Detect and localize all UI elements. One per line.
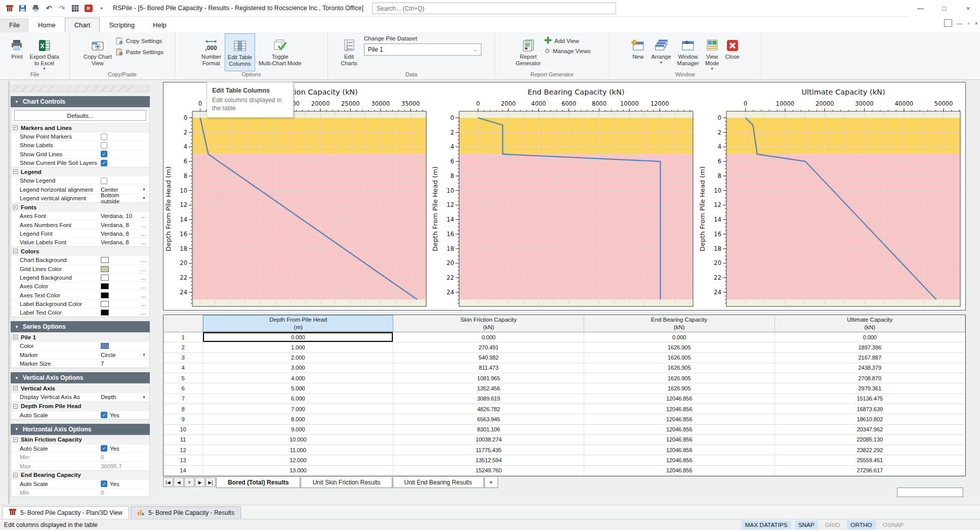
cell[interactable]: 2167.887 <box>775 353 966 363</box>
sidebar-drag-handle[interactable] <box>11 85 150 92</box>
cell[interactable]: 12046.856 <box>584 404 775 414</box>
menu-tab-chart[interactable]: Chart <box>65 18 100 32</box>
customize-quick-access-icon[interactable]: ▼ <box>97 4 106 13</box>
cell[interactable]: 10.000 <box>203 435 394 445</box>
add-view-button[interactable]: Add View <box>544 36 591 45</box>
print-button[interactable]: Print <box>8 33 26 71</box>
defaults-button[interactable]: Defaults... <box>14 110 146 121</box>
cell[interactable]: 16873.639 <box>775 404 966 414</box>
mdi-restore-icon[interactable]: ▫ <box>968 20 970 26</box>
section-skin-friction-capacity[interactable]: −Skin Friction Capacity <box>11 435 149 444</box>
cell[interactable]: 12046.856 <box>584 425 775 434</box>
doc-tab-5-bored-pile-capacity-results[interactable]: 5- Bored Pile Capacity - Results <box>131 506 241 519</box>
section-markers-and-lines[interactable]: −Markers and Lines <box>11 123 149 132</box>
chevron-down-icon[interactable]: ▼ <box>142 395 149 399</box>
ellipsis-button[interactable]: … <box>141 222 149 228</box>
section-depth-from-pile-head[interactable]: −Depth From Pile Head <box>11 402 149 411</box>
row-number[interactable]: 4 <box>164 363 203 373</box>
cell[interactable]: 25559.451 <box>775 455 966 465</box>
row-number[interactable]: 12 <box>164 445 203 455</box>
undo-icon[interactable]: ↶ <box>45 4 53 13</box>
ellipsis-button[interactable]: … <box>141 266 149 272</box>
color-swatch[interactable] <box>101 275 109 281</box>
color-swatch[interactable] <box>101 292 109 298</box>
cell[interactable]: 18610.802 <box>775 414 966 424</box>
row-number[interactable]: 5 <box>164 373 203 383</box>
row-number[interactable]: 6 <box>164 383 203 393</box>
cell[interactable]: 1081.965 <box>393 373 584 383</box>
row-number[interactable]: 11 <box>164 435 203 445</box>
doc-tab-5-bored-pile-capacity-plan-3d-view[interactable]: 5- Bored Pile Capacity - Plan/3D View <box>2 506 129 519</box>
search-input[interactable] <box>372 3 616 14</box>
ellipsis-button[interactable]: … <box>141 213 149 219</box>
cell[interactable]: 3089.619 <box>393 394 584 404</box>
ellipsis-button[interactable]: … <box>141 283 149 289</box>
menu-tab-file[interactable]: File <box>0 18 29 32</box>
cell[interactable]: 1352.456 <box>393 383 584 393</box>
close-window-button[interactable]: × <box>956 0 980 17</box>
status-toggle-osnap[interactable]: OSNAP <box>879 520 907 529</box>
cell[interactable]: 1.000 <box>203 342 394 352</box>
pile-dataset-select[interactable]: Pile 1 ⌄ <box>364 43 481 56</box>
cell[interactable]: 10038.274 <box>393 435 584 445</box>
number-format-button[interactable]: ,000 Number Format <box>199 33 224 71</box>
goto-row-button[interactable]: # <box>184 477 194 487</box>
checkbox[interactable]: ✓ <box>101 445 107 452</box>
ellipsis-button[interactable]: … <box>141 301 149 307</box>
cell[interactable]: 5.000 <box>203 383 394 393</box>
collapse-box-icon[interactable]: − <box>13 335 18 339</box>
cell[interactable]: 0.000 <box>584 332 775 342</box>
cell[interactable]: 811.473 <box>393 363 584 373</box>
add-sheet-tab[interactable]: + <box>484 477 498 488</box>
copy-settings-button[interactable]: Copy Settings <box>115 36 164 46</box>
column-header-end-bearing-capacity[interactable]: End Bearing Capacity(kN) <box>584 315 775 332</box>
cell[interactable]: 12046.856 <box>584 414 775 424</box>
panel-header-chart-controls[interactable]: ▼Chart Controls <box>11 96 150 107</box>
ellipsis-button[interactable]: … <box>141 292 149 298</box>
horizontal-scrollbar[interactable] <box>897 488 963 497</box>
ellipsis-button[interactable]: … <box>141 257 149 263</box>
cell[interactable]: 1897.396 <box>775 342 966 352</box>
cell[interactable]: 2.000 <box>203 353 394 363</box>
sheet-tab-unit-end-bearing-results[interactable]: Unit End Bearing Results <box>393 477 484 488</box>
copy-chart-view-button[interactable]: Copy Chart View <box>81 33 114 71</box>
menu-tab-help[interactable]: Help <box>144 18 176 32</box>
cell[interactable]: 1626.905 <box>584 363 775 373</box>
ellipsis-button[interactable]: … <box>141 310 149 316</box>
row-number[interactable]: 8 <box>164 404 203 414</box>
view-mode-button[interactable]: View Mode <box>703 33 722 71</box>
save-icon[interactable] <box>18 4 27 13</box>
cell[interactable]: 1626.905 <box>584 383 775 393</box>
cell[interactable]: 13512.594 <box>393 455 584 465</box>
color-swatch[interactable] <box>101 266 109 272</box>
panel-header-series-options[interactable]: ▼Series Options <box>11 321 150 332</box>
cell[interactable]: 8301.106 <box>393 425 584 434</box>
last-record-button[interactable]: ▶| <box>206 477 216 487</box>
collapse-box-icon[interactable]: − <box>13 249 18 253</box>
cell[interactable]: 0.000 <box>775 332 966 342</box>
redo-icon[interactable]: ↷ <box>58 4 66 13</box>
datasheet-icon[interactable] <box>71 4 79 13</box>
selected-cell[interactable]: 0.000 <box>203 332 394 342</box>
report-generator-button[interactable]: Report Generator <box>513 33 544 71</box>
prev-record-button[interactable]: ◀ <box>174 477 184 487</box>
cell[interactable]: 8.000 <box>203 414 394 424</box>
collapse-box-icon[interactable]: − <box>13 386 18 390</box>
cell[interactable]: 7.000 <box>203 404 394 414</box>
row-number-header[interactable] <box>164 315 203 332</box>
window-manager-button[interactable]: ⚙ Window Manager <box>675 33 702 71</box>
cell[interactable]: 22085.130 <box>775 435 966 445</box>
status-toggle-grid[interactable]: GRID <box>822 520 844 529</box>
ellipsis-button[interactable]: … <box>141 231 149 237</box>
status-toggle-ortho[interactable]: ORTHO <box>847 520 875 529</box>
cell[interactable]: 27296.617 <box>775 466 966 475</box>
collapse-box-icon[interactable]: − <box>13 437 18 442</box>
cell[interactable]: 6.000 <box>203 394 394 404</box>
row-number[interactable]: 1 <box>164 332 203 342</box>
export-data-button[interactable]: X Export Data to Excel <box>27 33 61 71</box>
first-record-button[interactable]: |◀ <box>163 477 173 487</box>
cell[interactable]: 12046.856 <box>584 466 775 475</box>
row-number[interactable]: 2 <box>164 342 203 352</box>
cell[interactable]: 12.000 <box>203 455 394 465</box>
arrange-button[interactable]: Arrange <box>648 33 673 71</box>
